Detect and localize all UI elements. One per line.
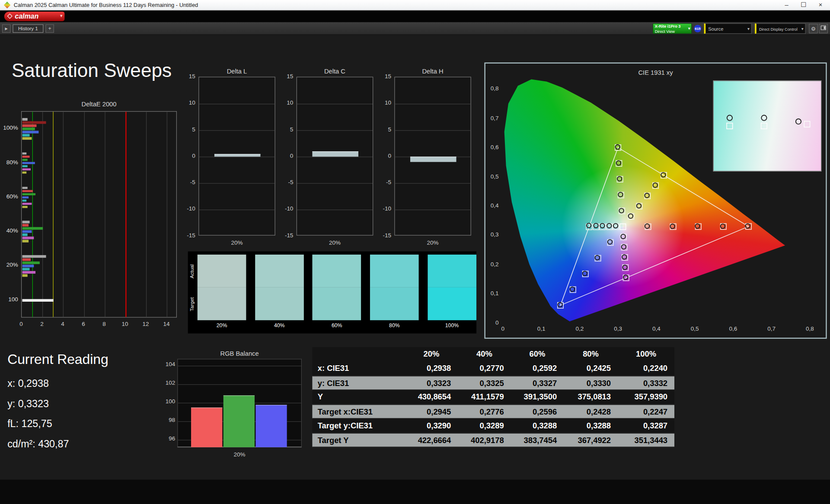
delta-e-bar — [22, 224, 28, 226]
cie-y-tick-label: 0,6 — [483, 144, 499, 150]
delta-e-bar — [22, 230, 32, 233]
delta-e-bar — [22, 240, 28, 242]
cie-inset-points — [714, 81, 821, 171]
measured-point-cyan — [600, 223, 604, 228]
window-titlebar: Calman 2025 Calman Ultimate for Business… — [0, 0, 830, 10]
cie-y-tick-label: 0,3 — [483, 232, 499, 238]
display-control-dropdown[interactable]: Direct Display Control ▾ — [755, 23, 806, 34]
delta-e-bar — [22, 196, 28, 199]
meter-button[interactable]: X-Rite i1Pro 3 Direct View ▾ — [653, 23, 692, 34]
target-swatch — [255, 287, 304, 320]
inset-target-point — [804, 121, 810, 127]
delta-e-bar — [22, 274, 27, 277]
row-label: x: CIE31 — [312, 361, 405, 376]
delta_c-chart — [297, 77, 374, 236]
cell-value: 0,2247 — [618, 405, 674, 418]
close-button[interactable]: × — [812, 0, 829, 10]
delta-e-bar — [22, 134, 29, 137]
delta-e-bar — [22, 262, 40, 264]
delta-e-bar — [22, 187, 27, 189]
gridline — [105, 112, 105, 317]
calman-logo[interactable]: calman ▾ — [4, 12, 65, 21]
calman-logo-icon — [7, 13, 13, 19]
delta-e-bar — [22, 268, 29, 271]
rgb-x-tick-label: 20% — [177, 451, 302, 457]
delta-e-group-label: 20% — [0, 262, 18, 268]
rgb-y-tick-label: 100 — [157, 398, 176, 405]
delta-e-x-tick-label: 14 — [160, 321, 172, 327]
measured-point-cyan — [607, 223, 611, 228]
inset-measured-point — [761, 115, 766, 121]
delta_c-y-tick-label: -15 — [275, 232, 294, 238]
measured-point-red — [721, 224, 725, 228]
gridline — [395, 210, 470, 210]
gridline — [199, 130, 275, 131]
swatch-column-label: 60% — [313, 322, 361, 328]
actual-swatch — [198, 255, 246, 287]
measured-point-blue — [583, 271, 587, 276]
target-swatch — [370, 287, 419, 320]
gridline — [199, 104, 275, 104]
table-row: Y430,8654411,1579391,3500375,0813357,939… — [312, 390, 674, 404]
cell-value: 0,2938 — [405, 361, 458, 376]
delta_h-y-tick-label: -10 — [373, 205, 391, 212]
row-label: Y — [312, 390, 405, 404]
gridline — [395, 183, 470, 184]
cell-value: 375,0813 — [564, 390, 618, 404]
cie-x-tick-label: 0,1 — [533, 325, 549, 332]
cell-value: 0,2428 — [564, 405, 618, 418]
source-dropdown[interactable]: Source ▾ — [704, 23, 752, 34]
workspace-layout-button[interactable] — [819, 24, 828, 33]
cell-value: 430,8654 — [405, 390, 458, 404]
cell-value: 0,3325 — [458, 376, 511, 390]
measured-point-red — [746, 224, 750, 228]
delta_l-y-tick-label: -5 — [177, 179, 195, 185]
cell-value: 357,9390 — [618, 390, 674, 404]
measured-point-green — [616, 145, 620, 149]
cie-zoom-inset — [713, 80, 821, 172]
gridline — [178, 366, 301, 366]
column-header: 60% — [511, 347, 564, 361]
history-collapse-button[interactable]: ▸ — [2, 24, 11, 33]
cell-value: 0,2240 — [618, 361, 674, 376]
target-swatch — [198, 287, 246, 320]
column-header: 80% — [564, 347, 618, 361]
rgb-balance-chart — [177, 359, 302, 447]
delta_c-y-tick-label: 15 — [275, 73, 294, 80]
minimize-button[interactable]: – — [778, 0, 795, 10]
gridline — [395, 104, 470, 104]
delta-e-x-tick-label: 10 — [118, 321, 131, 327]
delta-e-bar — [22, 165, 27, 168]
column-header — [312, 347, 405, 361]
delta_h-x-tick-label: 20% — [394, 239, 471, 246]
actual-swatch — [428, 255, 476, 287]
gridline — [199, 210, 275, 210]
delta-e-bar — [22, 221, 29, 223]
gridline — [63, 112, 64, 317]
cie-x-tick-label: 0,4 — [648, 325, 664, 332]
table-row: Target x:CIE310,29450,27760,25960,24280,… — [312, 405, 674, 419]
cell-value: 0,3287 — [618, 419, 674, 433]
measured-point-yellow — [629, 214, 633, 218]
measured-point-blue — [570, 287, 575, 291]
delta-e-bar — [22, 199, 26, 202]
measured-point-yellow — [645, 193, 649, 198]
measured-point-cyan — [613, 223, 618, 228]
cie-y-tick-label: 0,8 — [483, 86, 499, 92]
history-tab[interactable]: History 1 — [13, 24, 43, 33]
maximize-button[interactable]: ☐ — [795, 0, 812, 10]
gridline — [297, 183, 373, 184]
delta-e-group-label: 100 — [0, 296, 18, 302]
delta_c-y-tick-label: 10 — [275, 99, 294, 106]
cell-value: 0,3288 — [511, 419, 564, 433]
delta-e-x-tick-label: 2 — [35, 321, 48, 327]
delta_l-y-tick-label: 0 — [177, 153, 195, 159]
cell-value: 422,6664 — [405, 434, 458, 447]
gridline — [297, 130, 373, 131]
settings-button[interactable]: ⚙ — [809, 24, 818, 33]
delta-e-bar — [22, 233, 27, 236]
rgb-bar-blue — [255, 405, 287, 447]
add-history-button[interactable]: + — [45, 24, 54, 33]
cell-value: 0,3323 — [405, 376, 458, 390]
delta_l-y-tick-label: 5 — [177, 126, 195, 132]
